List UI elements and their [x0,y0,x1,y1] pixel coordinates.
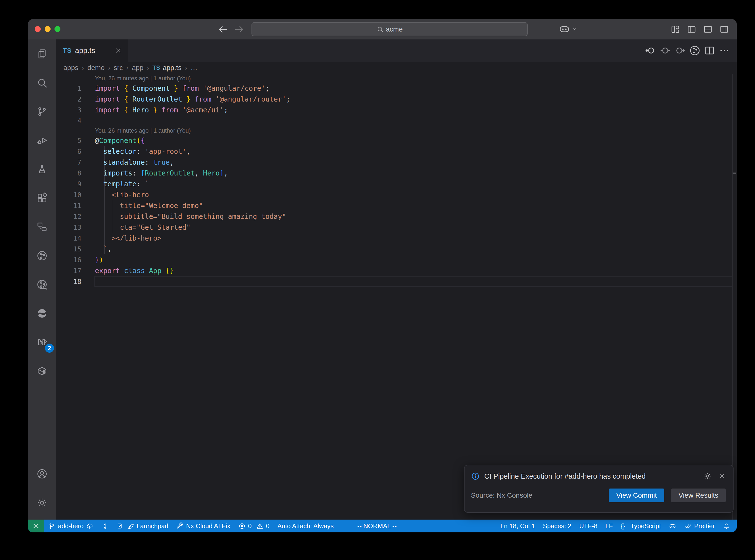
code-line-1[interactable]: 1import { Component } from '@angular/cor… [56,83,737,94]
check-square-icon [117,522,124,530]
code-line-14[interactable]: 14 ></lib-hero> [56,233,737,243]
status-vim-mode[interactable]: -- NORMAL -- [353,520,400,533]
code-line-6[interactable]: 6 selector: 'app-root', [56,146,737,157]
previous-change-icon[interactable] [644,45,656,57]
code-editor[interactable]: You, 26 minutes ago | 1 author (You)1imp… [56,74,737,520]
blame-annotation[interactable]: You, 26 minutes ago | 1 author (You) [56,126,737,135]
notification-settings-icon[interactable] [703,472,712,480]
status-label: -- NORMAL -- [357,522,397,530]
code-line-2[interactable]: 2import { RouterOutlet } from '@angular/… [56,94,737,104]
split-editor-icon[interactable] [704,45,716,57]
layout-controls [670,19,729,39]
code-line-11[interactable]: 11 title="Welcmoe demo" [56,200,737,211]
line-number: 7 [56,159,81,166]
customize-layout-icon[interactable] [670,24,680,35]
go-back-icon[interactable] [217,24,229,35]
breadcrumb-item[interactable]: app [132,64,143,72]
activity-source-control[interactable] [28,97,56,126]
view-commit-button[interactable]: View Commit [609,488,664,502]
activity-references[interactable] [28,213,56,241]
activity-testing[interactable] [28,155,56,184]
minimize-window-button[interactable] [45,26,51,32]
code-text: subtitle="Build something amazing today" [95,213,286,221]
activity-gitlens-inspect[interactable] [28,270,56,299]
code-line-17[interactable]: 17export class App {} [56,265,737,276]
next-change-icon[interactable] [674,45,686,57]
search-icon [377,26,384,33]
code-line-10[interactable]: 10 <lib-hero [56,189,737,200]
status-label: Nx Cloud AI Fix [186,522,230,530]
breadcrumb: apps›demo›src›app›TSapp.ts›… [56,62,737,74]
editor-scrollbar[interactable] [732,74,737,520]
references-icon [36,221,48,233]
code-text: template: ` [95,180,149,188]
activity-dev-container[interactable] [28,357,56,385]
activity-settings[interactable] [28,488,56,517]
maximize-window-button[interactable] [55,26,60,32]
activity-nx-console[interactable]: 2 [28,328,56,357]
error-x-icon [238,522,246,530]
close-tab-icon[interactable] [114,46,122,55]
blame-annotation[interactable]: You, 26 minutes ago | 1 author (You) [56,74,737,83]
status-errors[interactable]: 0 [234,520,255,533]
more-actions-icon[interactable] [718,45,730,57]
nx-graph-icon[interactable] [689,45,701,57]
status-language-mode[interactable]: {}TypeScript [617,520,665,533]
breadcrumb-item[interactable]: src [114,64,123,72]
chevron-right-icon: › [78,64,87,72]
activity-search[interactable] [28,68,56,97]
close-notification-icon[interactable] [718,473,726,480]
command-center-search[interactable]: acme [252,22,528,36]
remote-indicator[interactable] [28,520,44,533]
status-warnings[interactable]: 0 [255,520,273,533]
code-line-7[interactable]: 7 standalone: true, [56,157,737,167]
activity-run-debug[interactable] [28,126,56,155]
status-notifications[interactable] [719,520,734,533]
activity-account[interactable] [28,459,56,488]
code-line-5[interactable]: 5@Component({ [56,135,737,146]
status-indentation[interactable]: Spaces: 2 [539,520,576,533]
change-icon[interactable] [659,45,671,57]
status-eol[interactable]: LF [601,520,617,533]
code-text: import { Hero } from '@acme/ui'; [95,106,228,114]
code-line-8[interactable]: 8 imports: [RouterOutlet, Hero], [56,167,737,178]
status-launchpad[interactable]: Launchpad [113,520,172,533]
activity-nx-cloud[interactable] [28,299,56,328]
status-auto-attach[interactable]: Auto Attach: Always [274,520,338,533]
breadcrumb-item[interactable]: demo [87,64,104,72]
activity-explorer[interactable] [28,39,56,68]
code-line-3[interactable]: 3import { Hero } from '@acme/ui'; [56,104,737,115]
status-nx-cloud-ai-fix[interactable]: Nx Cloud AI Fix [172,520,234,533]
code-line-13[interactable]: 13 cta="Get Started" [56,222,737,233]
rocket-icon [127,522,134,530]
copilot-menu[interactable] [558,23,578,35]
status-cursor-position[interactable]: Ln 18, Col 1 [496,520,539,533]
layout-sidebar-left-icon[interactable] [687,24,697,35]
code-text: title="Welcmoe demo" [95,202,203,210]
activity-extensions[interactable] [28,184,56,213]
breadcrumb-file[interactable]: app.ts [163,64,181,72]
activity-gitlens[interactable] [28,241,56,270]
status-copilot-status[interactable] [665,520,680,533]
status-encoding[interactable]: UTF-8 [575,520,601,533]
code-line-18[interactable]: 18 [56,276,737,287]
activity-badge: 2 [45,344,54,353]
tab-app-ts[interactable]: TS app.ts [56,39,128,62]
line-number: 4 [56,117,81,125]
breadcrumb-more[interactable]: … [191,64,198,72]
status-prettier[interactable]: Prettier [680,520,719,533]
status-branch[interactable]: add-hero [44,520,97,533]
code-line-4[interactable]: 4 [56,115,737,126]
code-line-9[interactable]: 9 template: ` [56,178,737,189]
breadcrumb-item[interactable]: apps [63,64,78,72]
layout-panel-icon[interactable] [703,24,713,35]
go-forward-icon[interactable] [234,24,245,35]
line-number: 3 [56,106,81,114]
view-results-button[interactable]: View Results [671,488,726,502]
code-line-15[interactable]: 15 `, [56,243,737,254]
code-line-16[interactable]: 16}) [56,254,737,265]
code-line-12[interactable]: 12 subtitle="Build something amazing tod… [56,211,737,222]
status-commit-graph[interactable] [97,520,113,533]
close-window-button[interactable] [35,26,41,32]
layout-sidebar-right-icon[interactable] [719,24,729,35]
